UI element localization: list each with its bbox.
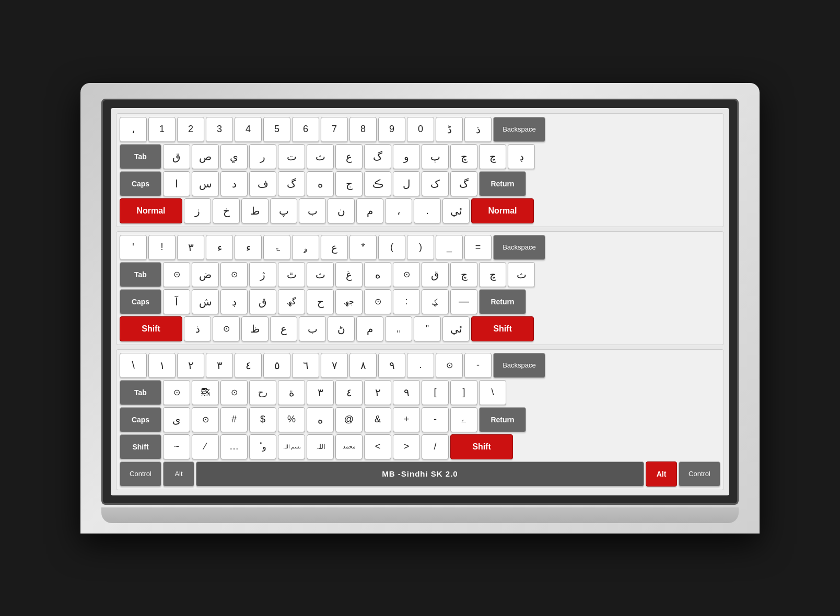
key-2[interactable]: 2 <box>177 117 204 142</box>
key-a-4n[interactable]: ٤ <box>335 380 363 405</box>
key-sh-circ[interactable]: ⊙ <box>364 289 391 314</box>
key-gaf[interactable]: گ <box>364 144 391 169</box>
key-sh-tha[interactable]: ث <box>307 262 334 287</box>
key-a-at[interactable]: @ <box>335 407 363 432</box>
key-s-apos[interactable]: ' <box>120 235 147 260</box>
key-a-7[interactable]: ٧ <box>321 353 348 378</box>
key-a-hash[interactable]: # <box>220 407 248 432</box>
key-sh-thal[interactable]: ذ <box>184 316 211 341</box>
key-a-lbr[interactable]: [ <box>422 380 449 405</box>
key-lam[interactable]: ل <box>393 171 420 196</box>
key-s-star[interactable]: * <box>349 235 377 260</box>
backspace-key-2[interactable]: Backspace <box>493 235 545 260</box>
key-3[interactable]: 3 <box>206 117 233 142</box>
key-sh-hah[interactable]: ح <box>307 289 334 314</box>
key-sh-mim[interactable]: م <box>356 316 383 341</box>
key-sh-keh[interactable]: ؼ <box>422 289 449 314</box>
key-a-ellip[interactable]: … <box>220 434 248 459</box>
key-sh-99[interactable]: '' <box>414 316 441 341</box>
key-n1[interactable]: ڈ <box>436 117 463 142</box>
key-a-2n[interactable]: ٢ <box>364 380 391 405</box>
key-sh-2[interactable]: ⊙ <box>220 262 248 287</box>
backspace-key-1[interactable]: Backspace <box>493 117 545 142</box>
key-a-6[interactable]: ٦ <box>292 353 319 378</box>
return-key-2[interactable]: Return <box>479 289 526 314</box>
key-a-9n[interactable]: ٩ <box>393 380 420 405</box>
key-p[interactable]: پ <box>422 144 449 169</box>
key-sh-dal[interactable]: ڊ <box>220 289 248 314</box>
key-nun[interactable]: ن <box>328 198 355 223</box>
key-a-amp[interactable]: & <box>364 407 391 432</box>
shift-key-3[interactable]: Shift <box>120 434 161 459</box>
key-a-hah[interactable]: ه <box>307 407 334 432</box>
key-a-gt[interactable]: > <box>393 434 420 459</box>
key-sh-colon[interactable]: : <box>393 289 420 314</box>
key-sh-zah[interactable]: ظ <box>241 316 269 341</box>
key-sh-ba[interactable]: ب <box>299 316 326 341</box>
key-sh-qaf[interactable]: ق <box>422 262 449 287</box>
key-zay[interactable]: ز <box>184 198 211 223</box>
key-a-circ2[interactable]: ⊙ <box>163 380 190 405</box>
key-sh-ch2[interactable]: چ <box>479 262 506 287</box>
key-y[interactable]: ي <box>220 144 248 169</box>
key-a-slash[interactable]: ∕ <box>192 434 219 459</box>
key-s1[interactable]: ص <box>192 144 219 169</box>
key-9[interactable]: 9 <box>378 117 405 142</box>
alt-key-right-red[interactable]: Alt <box>646 461 677 487</box>
key-sh-circ2[interactable]: ⊙ <box>213 316 240 341</box>
key-a-2[interactable]: ٢ <box>177 353 204 378</box>
key-0[interactable]: 0 <box>407 117 434 142</box>
key-a-3n[interactable]: ٣ <box>307 380 334 405</box>
key-ga[interactable]: گ <box>278 171 305 196</box>
key-a-sala[interactable]: ﷺ <box>192 380 219 405</box>
key-a-dash[interactable]: - <box>464 353 492 378</box>
key-kha[interactable]: خ <box>213 198 240 223</box>
key-sh-shin[interactable]: ش <box>192 289 219 314</box>
key-jeem[interactable]: ج <box>335 171 363 196</box>
key-pe[interactable]: پ <box>270 198 297 223</box>
key-d1[interactable]: ڊ <box>508 144 535 169</box>
control-key-left[interactable]: Control <box>120 461 161 487</box>
key-sh-66[interactable]: ,, <box>385 316 412 341</box>
key-ha[interactable]: ه <box>307 171 334 196</box>
key-sh-tt[interactable]: ٿ <box>278 262 305 287</box>
key-a-ye[interactable]: ے <box>450 407 477 432</box>
key-ch2[interactable]: چ <box>479 144 506 169</box>
key-a-9[interactable]: ٩ <box>378 353 405 378</box>
key-a-plus[interactable]: + <box>393 407 420 432</box>
key-sh-jhh[interactable]: جھ <box>335 289 363 314</box>
key-a-dollar[interactable]: $ <box>249 407 276 432</box>
key-t[interactable]: ت <box>278 144 305 169</box>
alt-key-left[interactable]: Alt <box>163 461 194 487</box>
key-s-3[interactable]: ۳ <box>177 235 204 260</box>
shift-key-right[interactable]: Shift <box>471 316 534 341</box>
key-sin[interactable]: س <box>192 171 219 196</box>
key-a-8[interactable]: ٨ <box>349 353 377 378</box>
key-s-rpar[interactable]: ) <box>407 235 434 260</box>
key-a-bslash[interactable]: \ <box>479 380 506 405</box>
key-4[interactable]: 4 <box>235 117 262 142</box>
key-sh-ch[interactable]: چ <box>450 262 477 287</box>
normal-key-left[interactable]: Normal <box>120 198 182 223</box>
key-sh-gha[interactable]: غ <box>335 262 363 287</box>
key-kaf1[interactable]: ڪ <box>364 171 391 196</box>
key-a-allah[interactable]: اللہ <box>307 434 334 459</box>
space-key[interactable]: MB -Sindhi SK 2.0 <box>196 461 644 487</box>
key-a-alaf[interactable]: ى <box>163 407 190 432</box>
tab-key-1[interactable]: Tab <box>120 144 161 169</box>
key-sh-dad[interactable]: ض <box>192 262 219 287</box>
backspace-key-3[interactable]: Backspace <box>493 353 545 378</box>
key-a-circ4[interactable]: ⊙ <box>192 407 219 432</box>
key-sh-dash2[interactable]: — <box>450 289 477 314</box>
key-a-5[interactable]: ٥ <box>263 353 290 378</box>
key-s-waw[interactable]: ۄ <box>292 235 319 260</box>
key-a-circ3[interactable]: ⊙ <box>220 380 248 405</box>
key-fa[interactable]: ف <box>249 171 276 196</box>
key-gaf2[interactable]: گ <box>450 171 477 196</box>
key-sh-ya[interactable]: ئي <box>442 316 470 341</box>
key-a-pct[interactable]: % <box>278 407 305 432</box>
key-s-excl[interactable]: ! <box>148 235 176 260</box>
key-dal[interactable]: د <box>220 171 248 196</box>
key-a-minus[interactable]: - <box>422 407 449 432</box>
key-ch[interactable]: چ <box>450 144 477 169</box>
